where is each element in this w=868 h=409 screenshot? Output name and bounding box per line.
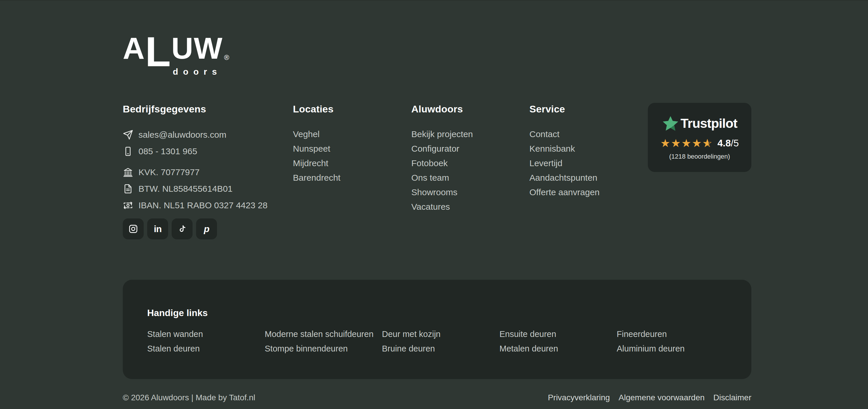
phone-link[interactable]: 085 - 1301 965 [123, 145, 286, 157]
footer-link[interactable]: Offerte aanvragen [529, 187, 640, 198]
footer-link[interactable]: Barendrecht [293, 173, 403, 183]
handige-links-column: Stalen wanden Stalen deuren [147, 330, 265, 359]
phone-text: 085 - 1301 965 [138, 146, 197, 156]
column-title: Aluwdoors [411, 102, 522, 115]
review-count: (1218 beoordelingen) [669, 153, 730, 160]
rating-value: 4.8/5 [717, 138, 739, 149]
logo-letter: A [123, 33, 145, 63]
handige-links-title: Handige links [147, 307, 727, 319]
handige-links-column: Fineerdeuren Aluminium deuren [617, 330, 727, 359]
star-icon: ★ [671, 138, 681, 149]
footer-link[interactable]: Contact [529, 129, 640, 139]
service-links: Contact Kennisbank Levertijd Aandachtspu… [529, 129, 640, 198]
footer-link[interactable]: Configurator [411, 143, 522, 154]
site-footer: A L U W ® doors Bedrijfsgegevens sales@a… [0, 0, 868, 409]
kvk-row: KVK. 70777977 [123, 166, 286, 178]
instagram-button[interactable] [123, 218, 144, 239]
column-service: Service Contact Kennisbank Levertijd Aan… [529, 102, 640, 202]
star-icon: ★ [660, 138, 671, 149]
legal-links: Privacyverklaring Algemene voorwaarden D… [548, 393, 751, 402]
star-rating-icons: ★ ★ ★ ★ ☆ ★ [660, 138, 713, 149]
column-title: Locaties [293, 102, 403, 115]
footer-link[interactable]: Bekijk projecten [411, 129, 522, 139]
column-bedrijfsgegevens: Bedrijfsgegevens sales@aluwdoors.com 085… [123, 102, 286, 239]
privacy-link[interactable]: Privacyverklaring [548, 393, 610, 402]
star-icon: ★ [692, 138, 702, 149]
footer-link[interactable]: Aandachtspunten [529, 173, 640, 183]
logo-letter: L [145, 31, 171, 73]
iban-row: IBAN. NL51 RABO 0327 4423 28 [123, 200, 286, 211]
email-link[interactable]: sales@aluwdoors.com [123, 129, 286, 141]
footer-link[interactable]: Stalen wanden [147, 330, 265, 338]
handige-links-column: Ensuite deuren Metalen deuren [499, 330, 617, 359]
handige-links-column: Moderne stalen schuifdeuren Stompe binne… [265, 330, 382, 359]
tiktok-button[interactable] [172, 218, 192, 239]
footer-link[interactable]: Showrooms [411, 187, 522, 198]
column-title: Service [529, 102, 640, 115]
logo-letter: W [194, 33, 223, 63]
contact-group: sales@aluwdoors.com 085 - 1301 965 [123, 129, 286, 157]
footer-link[interactable]: Ons team [411, 173, 522, 183]
column-locaties: Locaties Veghel Nunspeet Mijdrecht Baren… [293, 102, 403, 187]
half-star-icon: ☆ ★ [702, 138, 713, 149]
disclaimer-link[interactable]: Disclaimer [713, 393, 751, 402]
trustpilot-star-icon [662, 115, 679, 132]
terms-link[interactable]: Algemene voorwaarden [619, 393, 705, 402]
linkedin-icon: in [154, 224, 161, 234]
banknote-icon [123, 200, 133, 211]
footer-link[interactable]: Vacatures [411, 202, 522, 212]
registered-trademark-icon: ® [224, 54, 230, 61]
footer-link[interactable]: Levertijd [529, 158, 640, 168]
footer-link[interactable]: Stalen deuren [147, 344, 265, 353]
handige-links-column: Deur met kozijn Bruine deuren [382, 330, 499, 359]
tiktok-icon [178, 224, 187, 234]
footer-link[interactable]: Fineerdeuren [617, 330, 727, 338]
paper-plane-icon [123, 130, 133, 140]
aluwdoors-logo[interactable]: A L U W ® doors [123, 33, 233, 79]
iban-text: IBAN. NL51 RABO 0327 4423 28 [138, 200, 268, 210]
instagram-icon [129, 224, 138, 234]
social-links: in p [123, 218, 286, 239]
footer-link[interactable]: Nunspeet [293, 143, 403, 154]
footer-link[interactable]: Ensuite deuren [499, 330, 617, 338]
trustpilot-widget[interactable]: Trustpilot ★ ★ ★ ★ ☆ ★ 4.8/5 (1218 beoor… [648, 103, 751, 172]
footer-link[interactable]: Deur met kozijn [382, 330, 499, 338]
footer-link[interactable]: Veghel [293, 129, 403, 139]
kvk-text: KVK. 70777977 [138, 167, 199, 177]
trustpilot-brand-text: Trustpilot [681, 116, 737, 131]
logo-subtext: doors [173, 67, 222, 77]
aluwdoors-links: Bekijk projecten Configurator Fotoboek O… [411, 129, 522, 212]
footer-link[interactable]: Moderne stalen schuifdeuren [265, 330, 382, 338]
email-text: sales@aluwdoors.com [138, 130, 226, 140]
copyright-text: © 2026 Aluwdoors | Made by Tatof.nl [123, 393, 255, 402]
handige-links-grid: Stalen wanden Stalen deuren Moderne stal… [147, 330, 727, 359]
bottom-bar: © 2026 Aluwdoors | Made by Tatof.nl Priv… [123, 392, 751, 404]
btw-text: BTW. NL858455614B01 [138, 184, 233, 194]
btw-row: BTW. NL858455614B01 [123, 183, 286, 195]
locaties-links: Veghel Nunspeet Mijdrecht Barendrecht [293, 129, 403, 183]
handige-links-panel: Handige links Stalen wanden Stalen deure… [123, 280, 751, 379]
star-icon: ★ [681, 138, 692, 149]
footer-link[interactable]: Fotoboek [411, 158, 522, 168]
footer-link[interactable]: Metalen deuren [499, 344, 617, 353]
column-aluwdoors: Aluwdoors Bekijk projecten Configurator … [411, 102, 522, 216]
footer-link[interactable]: Aluminium deuren [617, 344, 727, 353]
pinterest-button[interactable]: p [196, 218, 217, 239]
trustpilot-rating-row: ★ ★ ★ ★ ☆ ★ 4.8/5 [660, 137, 739, 149]
registration-group: KVK. 70777977 BTW. NL858455614B01 IBAN. … [123, 166, 286, 211]
column-title: Bedrijfsgegevens [123, 102, 286, 115]
footer-link[interactable]: Stompe binnendeuren [265, 344, 382, 353]
pinterest-icon: p [204, 224, 210, 234]
bank-icon [123, 167, 133, 177]
footer-link[interactable]: Mijdrecht [293, 158, 403, 168]
document-icon [123, 183, 133, 194]
trustpilot-logo: Trustpilot [662, 114, 737, 132]
linkedin-button[interactable]: in [147, 218, 168, 239]
logo-letter: U [171, 33, 194, 63]
mobile-phone-icon [123, 146, 133, 157]
footer-link[interactable]: Kennisbank [529, 143, 640, 154]
footer-link[interactable]: Bruine deuren [382, 344, 499, 353]
